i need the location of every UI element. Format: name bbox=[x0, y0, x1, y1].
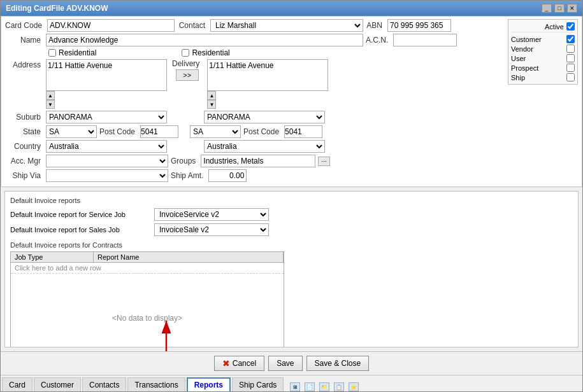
add-row-hint[interactable]: Click here to add a new row bbox=[11, 263, 284, 274]
no-data-label: <No data to display> bbox=[112, 314, 182, 323]
user-checkbox[interactable] bbox=[566, 54, 575, 62]
tab-transactions[interactable]: Transactions bbox=[127, 377, 185, 391]
acc-mgr-row: Acc. Mgr Groups ··· bbox=[5, 155, 578, 167]
service-job-row: Default Invoice report for Service Job I… bbox=[10, 208, 573, 221]
title-bar: Editing CardFile ADV.KNOW _ □ ✕ bbox=[1, 1, 582, 16]
main-window: Editing CardFile ADV.KNOW _ □ ✕ Active C… bbox=[0, 0, 583, 392]
address-scroll-down[interactable]: ▼ bbox=[46, 100, 55, 109]
save-button[interactable]: Save bbox=[268, 356, 302, 371]
delivery-address-input[interactable]: 1/11 Hattie Avenue bbox=[207, 59, 328, 91]
acn-input[interactable] bbox=[393, 34, 457, 46]
abn-input[interactable] bbox=[387, 19, 451, 32]
state-label: State bbox=[5, 127, 43, 136]
groups-ellipsis-button[interactable]: ··· bbox=[318, 157, 329, 166]
cancel-label: Cancel bbox=[233, 359, 256, 368]
groups-input[interactable] bbox=[201, 155, 315, 167]
address-label: Address bbox=[5, 59, 43, 69]
active-checkbox[interactable] bbox=[566, 22, 575, 31]
residential-row: Residential Residential bbox=[48, 48, 578, 57]
address-scroll-up[interactable]: ▲ bbox=[46, 91, 55, 100]
suburb-delivery-select[interactable]: PANORAMA bbox=[204, 111, 325, 123]
user-label: User bbox=[511, 55, 526, 62]
tab-customer-label: Customer bbox=[41, 381, 74, 389]
col-job-type: Job Type bbox=[11, 252, 94, 262]
suburb-select[interactable]: PANORAMA bbox=[46, 111, 167, 123]
tab-card[interactable]: Card bbox=[2, 377, 32, 391]
country-label: Country bbox=[5, 142, 43, 151]
service-job-select[interactable]: InvoiceService v2 bbox=[154, 208, 269, 221]
abn-label: ABN bbox=[366, 21, 385, 30]
ship-amt-label: Ship Amt. bbox=[171, 171, 206, 180]
name-input[interactable] bbox=[46, 34, 363, 46]
prospect-checkbox[interactable] bbox=[566, 64, 575, 72]
residential-checkbox-left[interactable] bbox=[48, 49, 56, 57]
delivery-scroll-up[interactable]: ▲ bbox=[207, 91, 216, 100]
vendor-checkbox[interactable] bbox=[566, 45, 575, 53]
sales-job-label: Default Invoice report for Sales Job bbox=[10, 226, 150, 234]
tab-card-label: Card bbox=[9, 381, 25, 389]
contracts-table-header: Job Type Report Name bbox=[11, 252, 284, 263]
tab-transactions-label: Transactions bbox=[134, 381, 178, 389]
country-delivery-select[interactable]: Australia bbox=[204, 140, 325, 153]
ship-label: Ship bbox=[511, 74, 525, 81]
col-report-name: Report Name bbox=[94, 252, 284, 262]
state-select[interactable]: SA bbox=[46, 125, 97, 138]
ship-via-row: Ship Via Ship Amt. bbox=[5, 169, 578, 182]
contracts-section: Default Invoice reports for Contracts Jo… bbox=[10, 241, 573, 347]
icon-grid[interactable]: ⊞ bbox=[290, 382, 300, 391]
close-button[interactable]: ✕ bbox=[567, 4, 577, 13]
customer-label: Customer bbox=[511, 36, 542, 43]
tab-contacts[interactable]: Contacts bbox=[82, 377, 126, 391]
customer-checkbox[interactable] bbox=[566, 35, 575, 43]
postcode-label: Post Code bbox=[99, 127, 138, 136]
card-code-input[interactable] bbox=[47, 19, 175, 32]
acc-mgr-select[interactable] bbox=[46, 155, 168, 167]
tab-contacts-label: Contacts bbox=[89, 381, 119, 389]
icon-folder[interactable]: 📁 bbox=[319, 382, 329, 391]
tab-ship-cards[interactable]: Ship Cards bbox=[232, 377, 284, 391]
sales-job-select[interactable]: InvoiceSale v2 bbox=[154, 223, 269, 236]
maximize-button[interactable]: □ bbox=[554, 4, 565, 13]
minimize-button[interactable]: _ bbox=[542, 4, 552, 13]
residential-checkbox-right[interactable] bbox=[182, 49, 189, 57]
contact-label: Contact bbox=[177, 21, 208, 30]
contracts-table: Job Type Report Name Click here to add a… bbox=[10, 251, 284, 347]
cancel-button[interactable]: ✖ Cancel bbox=[214, 356, 264, 371]
service-job-label: Default Invoice report for Service Job bbox=[10, 211, 150, 218]
country-select[interactable]: Australia bbox=[46, 140, 167, 153]
ship-via-select[interactable] bbox=[46, 169, 168, 182]
save-close-button[interactable]: Save & Close bbox=[306, 356, 370, 371]
active-label: Active bbox=[545, 23, 564, 31]
state-delivery-select[interactable]: SA bbox=[190, 125, 241, 138]
country-row: Country Australia Australia bbox=[5, 140, 578, 153]
reports-section: Default Invoice reports Default Invoice … bbox=[4, 191, 579, 347]
postcode-delivery-input[interactable] bbox=[284, 125, 322, 138]
contracts-title: Default Invoice reports for Contracts bbox=[10, 241, 573, 249]
address-input[interactable]: 1/11 Hattie Avenue bbox=[46, 59, 167, 91]
top-form-section: Active Customer Vendor User Prospect bbox=[1, 16, 582, 187]
ship-via-label: Ship Via bbox=[5, 171, 43, 180]
default-invoice-reports-title: Default Invoice reports bbox=[10, 197, 573, 204]
ship-checkbox[interactable] bbox=[566, 73, 575, 81]
icon-page[interactable]: 📋 bbox=[334, 382, 344, 391]
groups-label: Groups bbox=[171, 157, 198, 165]
suburb-row: Suburb PANORAMA PANORAMA bbox=[5, 111, 578, 123]
button-row: ✖ Cancel Save Save & Close bbox=[1, 351, 582, 375]
icon-star[interactable]: ⭐ bbox=[349, 382, 359, 391]
delivery-label: Delivery bbox=[172, 59, 202, 68]
acc-mgr-label: Acc. Mgr bbox=[5, 157, 43, 165]
card-code-label: Card Code bbox=[5, 21, 45, 30]
delivery-copy-button[interactable]: >> bbox=[176, 69, 199, 81]
sales-job-row: Default Invoice report for Sales Job Inv… bbox=[10, 223, 573, 236]
residential-label-right: Residential bbox=[192, 48, 229, 57]
delivery-scroll-down[interactable]: ▼ bbox=[207, 100, 216, 109]
tab-ship-cards-label: Ship Cards bbox=[239, 381, 277, 389]
title-bar-buttons: _ □ ✕ bbox=[542, 4, 577, 13]
icon-doc[interactable]: 📄 bbox=[305, 382, 315, 391]
acn-label: A.C.N. bbox=[366, 36, 391, 45]
contact-select[interactable]: Liz Marshall bbox=[210, 19, 363, 32]
tab-customer[interactable]: Customer bbox=[34, 377, 81, 391]
ship-amt-input[interactable] bbox=[208, 169, 247, 182]
postcode-input[interactable] bbox=[140, 125, 178, 138]
tab-reports[interactable]: Reports bbox=[187, 377, 231, 391]
